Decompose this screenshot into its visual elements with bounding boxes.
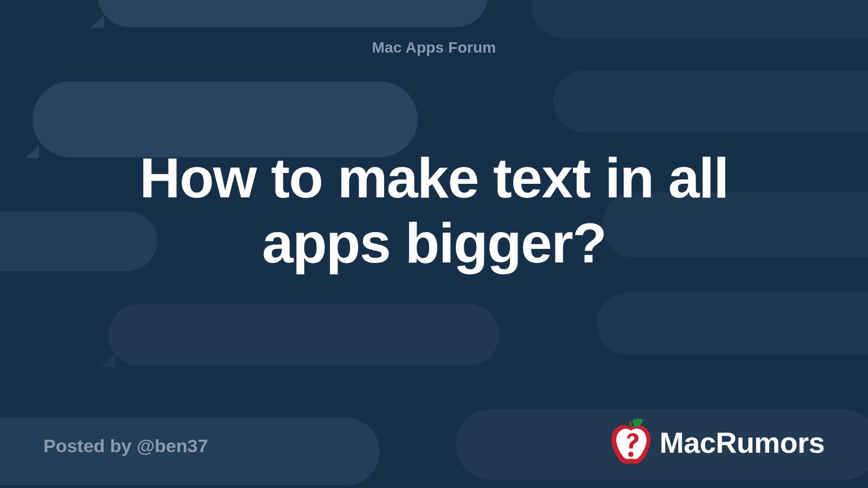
brand-name: MacRumors — [660, 426, 825, 459]
forum-category: Mac Apps Forum — [372, 39, 496, 56]
brand-logo: MacRumors — [610, 419, 825, 466]
posted-by-prefix: Posted by — [43, 435, 137, 456]
posted-by: Posted by @ben37 — [43, 435, 208, 457]
macrumors-apple-icon — [610, 419, 652, 466]
posted-by-handle: @ben37 — [137, 435, 208, 456]
share-card: Mac Apps Forum How to make text in all a… — [0, 0, 868, 488]
thread-title: How to make text in all apps bigger? — [81, 146, 787, 275]
